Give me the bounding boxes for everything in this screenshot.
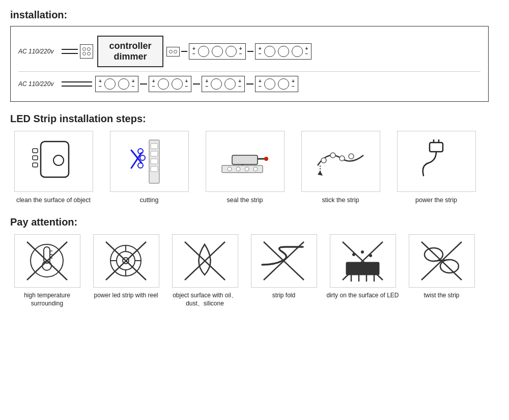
step-stick: stick the strip bbox=[297, 131, 384, 205]
led-steps-title: LED Strip installation steps: bbox=[10, 113, 499, 125]
svg-point-12 bbox=[140, 155, 145, 160]
dirty-icon bbox=[333, 237, 392, 285]
steps-container: clean the surface of object bbox=[10, 131, 499, 205]
step-seal: seal the strip bbox=[202, 131, 288, 205]
svg-point-26 bbox=[330, 153, 335, 158]
step-cutting-label: cutting bbox=[140, 196, 159, 205]
step-seal-label: seal the strip bbox=[227, 196, 263, 205]
svg-point-22 bbox=[236, 167, 240, 171]
svg-rect-30 bbox=[430, 143, 443, 152]
pay-attention-title: Pay attention: bbox=[10, 216, 499, 228]
diagram-row-1: AC 110/220v controllerdimmer bbox=[18, 36, 480, 67]
svg-point-25 bbox=[321, 158, 326, 163]
twist-icon bbox=[412, 237, 471, 285]
svg-rect-2 bbox=[33, 156, 38, 160]
step-stick-icon-box bbox=[301, 131, 380, 192]
attention-twist-label: twist the strip bbox=[423, 291, 459, 300]
installation-diagram: AC 110/220v controllerdimmer bbox=[10, 26, 489, 102]
high-temp-icon bbox=[18, 237, 76, 285]
attention-fold-icon-box bbox=[251, 234, 317, 288]
svg-point-24 bbox=[253, 167, 258, 171]
ac-label-1: AC 110/220v bbox=[18, 48, 62, 55]
stick-icon bbox=[313, 137, 369, 186]
svg-point-60 bbox=[361, 250, 364, 254]
svg-point-35 bbox=[42, 261, 51, 270]
diagram-row-2: AC 110/220v +− +− +− +− bbox=[18, 76, 480, 92]
attention-twist: twist the strip bbox=[405, 234, 478, 309]
svg-point-28 bbox=[349, 154, 354, 159]
step-seal-icon-box bbox=[206, 131, 285, 192]
reel-icon bbox=[97, 237, 155, 285]
step-cutting: cutting bbox=[106, 131, 192, 205]
svg-point-4 bbox=[53, 155, 64, 165]
installation-title: installation: bbox=[10, 9, 499, 21]
svg-point-27 bbox=[340, 156, 345, 161]
svg-rect-3 bbox=[33, 163, 38, 167]
power-icon bbox=[408, 137, 464, 186]
attention-reel-icon-box bbox=[93, 234, 159, 288]
attention-fold: strip fold bbox=[247, 234, 321, 309]
attention-container: high temperature surrounding bbox=[10, 234, 499, 309]
svg-rect-7 bbox=[151, 151, 158, 156]
seal-icon bbox=[217, 137, 273, 186]
oil-icon bbox=[176, 237, 234, 285]
attention-reel-label: power led strip with reel bbox=[94, 291, 158, 300]
svg-rect-6 bbox=[151, 144, 158, 149]
step-power-icon-box bbox=[397, 131, 476, 192]
attention-fold-label: strip fold bbox=[272, 291, 295, 300]
step-power: power the strip bbox=[393, 131, 479, 205]
attention-twist-icon-box bbox=[409, 234, 475, 288]
svg-point-23 bbox=[245, 167, 249, 171]
step-stick-label: stick the strip bbox=[322, 196, 359, 205]
attention-dirty: dirty on the surface of LED bbox=[326, 234, 400, 309]
attention-oil-icon-box bbox=[172, 234, 238, 288]
attention-reel: power led strip with reel bbox=[89, 234, 163, 309]
fold-icon bbox=[254, 237, 313, 285]
svg-rect-8 bbox=[151, 159, 158, 164]
svg-rect-0 bbox=[41, 142, 69, 177]
svg-rect-15 bbox=[232, 155, 258, 164]
svg-point-21 bbox=[228, 167, 232, 171]
attention-high-temp-icon-box bbox=[14, 234, 80, 288]
cutting-icon bbox=[121, 137, 177, 186]
step-power-label: power the strip bbox=[415, 196, 457, 205]
step-clean-label: clean the surface of object bbox=[16, 196, 91, 205]
led-steps-section: LED Strip installation steps: clean the … bbox=[10, 113, 499, 205]
svg-point-13 bbox=[138, 163, 143, 168]
step-clean: clean the surface of object bbox=[10, 131, 97, 205]
attention-oil-label: object surface with oil、dust、silicone bbox=[168, 291, 242, 309]
svg-point-19 bbox=[264, 157, 268, 161]
attention-high-temp-label: high temperature surrounding bbox=[10, 291, 84, 309]
controller-dimmer-box: controllerdimmer bbox=[97, 36, 163, 67]
ac-label-2: AC 110/220v bbox=[18, 80, 62, 88]
attention-dirty-label: dirty on the surface of LED bbox=[326, 291, 399, 300]
step-cutting-icon-box bbox=[110, 131, 189, 192]
clean-icon bbox=[25, 137, 81, 186]
svg-rect-9 bbox=[151, 166, 158, 172]
installation-section: installation: AC 110/220v controller bbox=[10, 9, 499, 102]
attention-high-temp: high temperature surrounding bbox=[10, 234, 84, 309]
attention-oil: object surface with oil、dust、silicone bbox=[168, 234, 242, 309]
svg-rect-54 bbox=[346, 262, 379, 275]
svg-rect-1 bbox=[33, 149, 38, 153]
step-clean-icon-box bbox=[14, 131, 93, 192]
attention-dirty-icon-box bbox=[330, 234, 396, 288]
pay-attention-section: Pay attention: h bbox=[10, 216, 499, 309]
